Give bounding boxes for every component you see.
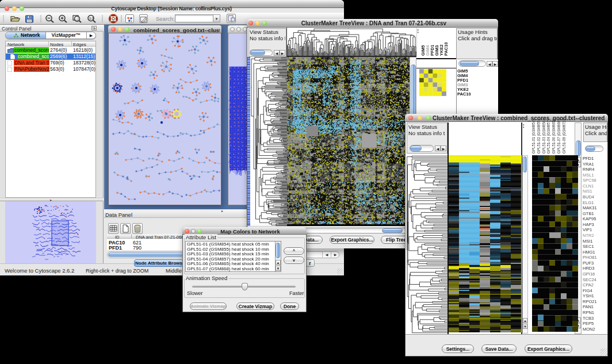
svg-text:1:1: 1:1 — [89, 17, 94, 20]
